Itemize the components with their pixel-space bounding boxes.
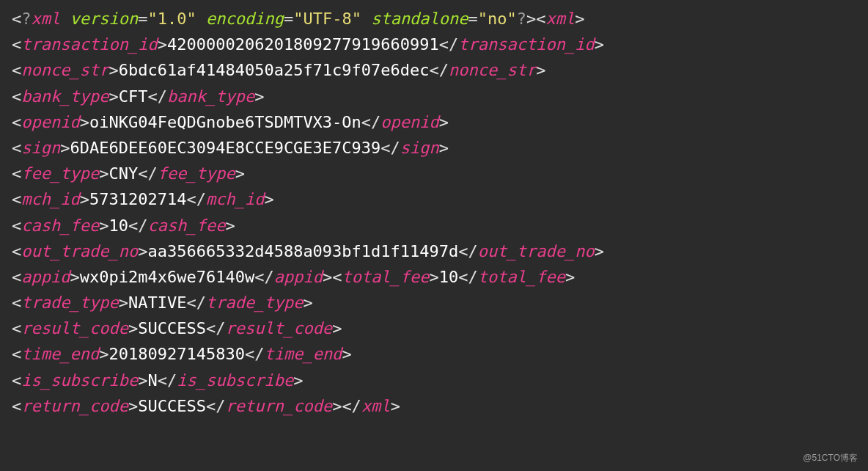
root-open-tag: xml <box>546 10 575 28</box>
xml-line: <openid>oiNKG04FeQDGnobe6TSDMTVX3-On</op… <box>12 109 856 135</box>
xml-tag-close: sign <box>400 139 439 157</box>
xml-body: <transaction_id>420000020620180927791966… <box>12 32 856 419</box>
xml-tag: openid <box>21 113 79 131</box>
xml-text: 10 <box>108 216 128 235</box>
pi-attr-value: "UTF-8" <box>293 10 361 28</box>
xml-tag-close: appid <box>274 268 323 286</box>
xml-line: <trade_type>NATIVE</trade_type> <box>12 290 856 315</box>
xml-text: CFT <box>119 87 148 106</box>
xml-text: SUCCESS <box>138 397 206 415</box>
xml-text: N <box>147 371 157 390</box>
xml-tag-close: return_code <box>225 397 332 415</box>
xml-declaration-line: <?xml version="1.0" encoding="UTF-8" sta… <box>12 6 856 32</box>
xml-tag: out_trade_no <box>21 242 138 260</box>
xml-tag: mch_id <box>21 190 79 208</box>
xml-line: <mch_id>5731202714</mch_id> <box>12 186 856 212</box>
xml-tag: total_fee <box>342 268 429 286</box>
xml-text: 10 <box>439 268 459 286</box>
xml-tag: cash_fee <box>21 216 99 235</box>
pi-attr-value: "1.0" <box>147 10 196 28</box>
xml-tag-close: result_code <box>225 319 332 337</box>
xml-tag-close: trade_type <box>206 293 303 312</box>
xml-tag: is_subscribe <box>21 371 138 390</box>
xml-tag: result_code <box>21 319 128 337</box>
xml-tag: return_code <box>21 397 128 415</box>
xml-tag-close: openid <box>380 113 438 131</box>
pi-target: xml <box>32 10 61 28</box>
xml-line: <fee_type>CNY</fee_type> <box>12 161 856 186</box>
xml-tag-close: mch_id <box>206 190 264 208</box>
xml-text: aa356665332d4588a093bf1d1f11497d <box>147 242 458 260</box>
xml-text: oiNKG04FeQDGnobe6TSDMTVX3-On <box>89 113 361 131</box>
pi-attr-value: "no" <box>478 10 517 28</box>
xml-tag: time_end <box>21 345 99 363</box>
xml-line: <nonce_str>6bdc61af41484050a25f71c9f07e6… <box>12 57 856 83</box>
xml-tag-close: time_end <box>264 345 342 363</box>
xml-code-block: <?xml version="1.0" encoding="UTF-8" sta… <box>12 6 856 419</box>
xml-text: CNY <box>108 164 138 183</box>
root-close-tag: xml <box>361 397 391 415</box>
xml-text: 6DAE6DEE60EC3094E8CCE9CGE3E7C939 <box>70 139 380 157</box>
xml-line: <is_subscribe>N</is_subscribe> <box>12 368 856 393</box>
xml-tag-close: out_trade_no <box>478 242 595 260</box>
xml-text: SUCCESS <box>138 319 206 337</box>
xml-text: 4200000206201809277919660991 <box>167 35 439 54</box>
xml-line: <result_code>SUCCESS</result_code> <box>12 315 856 341</box>
xml-line: <transaction_id>420000020620180927791966… <box>12 32 856 57</box>
xml-tag: transaction_id <box>21 35 157 54</box>
xml-line: <bank_type>CFT</bank_type> <box>12 84 856 109</box>
xml-tag-close: fee_type <box>158 164 235 183</box>
xml-line: <appid>wx0pi2m4x6we76140w</appid><total_… <box>12 264 856 290</box>
pi-attr-name: standalone <box>371 10 468 28</box>
xml-tag: appid <box>21 268 70 286</box>
xml-text: NATIVE <box>128 293 186 312</box>
xml-text: 20180927145830 <box>108 345 244 363</box>
xml-line: <cash_fee>10</cash_fee> <box>12 213 856 238</box>
pi-attr-name: encoding <box>206 10 284 28</box>
xml-text: 5731202714 <box>89 190 186 208</box>
xml-text: wx0pi2m4x6we76140w <box>80 268 254 286</box>
xml-tag-close: is_subscribe <box>177 371 293 390</box>
xml-tag-close: total_fee <box>478 268 565 286</box>
xml-line: <out_trade_no>aa356665332d4588a093bf1d1f… <box>12 238 856 264</box>
watermark: @51CTO博客 <box>803 451 858 465</box>
xml-tag: trade_type <box>21 293 118 312</box>
xml-tag: fee_type <box>21 164 99 183</box>
xml-tag: bank_type <box>21 87 108 106</box>
xml-tag: sign <box>21 139 60 157</box>
xml-line: <return_code>SUCCESS</return_code></xml> <box>12 393 856 419</box>
xml-tag-close: transaction_id <box>458 35 594 54</box>
xml-line: <sign>6DAE6DEE60EC3094E8CCE9CGE3E7C939</… <box>12 135 856 161</box>
xml-tag-close: nonce_str <box>449 61 536 79</box>
xml-text: 6bdc61af41484050a25f71c9f07e6dec <box>119 61 430 79</box>
xml-line: <time_end>20180927145830</time_end> <box>12 341 856 367</box>
xml-tag: nonce_str <box>21 61 108 79</box>
xml-tag-close: cash_fee <box>147 216 225 235</box>
pi-attr-name: version <box>70 10 139 28</box>
xml-tag-close: bank_type <box>167 87 254 106</box>
